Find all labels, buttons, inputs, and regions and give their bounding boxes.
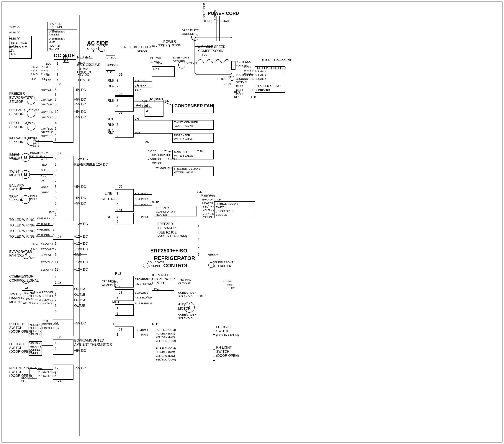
svg-text:WHT/RED: WHT/RED [37,222,50,225]
svg-text:BLU: BLU [41,168,46,172]
svg-text:LH2: LH2 [11,52,16,55]
svg-text:BLK/(ORN): BLK/(ORN) [200,194,215,197]
svg-text:RL7: RL7 [107,129,113,132]
svg-text:FRESH FOOD: FRESH FOOD [9,121,31,125]
wiring-diagram: USER INTERFACE J7 1 2 LH2 FLAPPER POSITI… [0,0,504,444]
svg-text:J3: J3 [119,111,123,114]
svg-text:RIGHT DOOR: RIGHT DOOR [236,60,253,63]
svg-text:+5V DC: +5V DC [74,102,86,106]
svg-text:GRY/BLK: GRY/BLK [41,127,53,130]
svg-text:BROWN: BROWN [141,282,152,285]
svg-text:MB1: MB1 [30,256,36,259]
svg-text:MOTOR: MOTOR [9,300,22,304]
svg-text:FAN: FAN [144,140,149,144]
svg-text:IM2: IM2 [49,210,54,214]
svg-text:PIN 3: PIN 3 [41,65,48,68]
svg-text:BLK: BLK [13,153,18,156]
svg-text:1: 1 [55,127,57,130]
svg-text:CAB. GROUND: CAB. GROUND [77,63,101,67]
svg-text:+12V DC: +12V DC [74,260,88,264]
svg-text:4: 4 [55,121,57,125]
svg-text:MB1: MB1 [33,108,39,111]
svg-text:SENSOR: SENSOR [9,140,23,144]
svg-text:3: 3 [53,222,54,225]
svg-text:RED/BLK: RED/BLK [41,261,53,264]
svg-text:12: 12 [55,268,58,271]
svg-text:2: 2 [117,220,118,223]
svg-text:DIODE: DIODE [147,150,156,153]
svg-text:YEL/BLK: YEL/BLK [29,323,41,326]
svg-text:GRY/RED: GRY/RED [41,134,54,138]
svg-text:PIN 4: PIN 4 [227,283,234,286]
svg-text:OR: OR [63,56,68,60]
svg-text:9: 9 [55,253,57,257]
svg-text:2: 2 [117,208,118,212]
svg-text:6: 6 [146,104,148,108]
svg-text:2: 2 [55,247,57,251]
svg-text:FLAPPER: FLAPPER [49,22,61,25]
svg-text:RED: RED [41,163,47,166]
svg-text:DISPENSER: DISPENSER [49,30,65,33]
svg-text:RH3: RH3 [234,91,240,94]
svg-text:SENSOR: SENSOR [9,198,23,202]
svg-text:PIN 3: PIN 3 [30,198,37,201]
svg-text:PIN 6: PIN 6 [30,194,37,197]
svg-text:RED/YEL: RED/YEL [42,291,54,294]
svg-text:REFRIGERATOR: REFRIGERATOR [154,255,195,261]
svg-text:SPLICE: SPLICE [152,162,162,165]
svg-text:GRY/WHT: GRY/WHT [41,103,54,106]
svg-text:FREEZER: FREEZER [156,206,169,210]
svg-text:BRN/WHT: BRN/WHT [41,253,54,256]
svg-text:4: 4 [146,109,148,113]
svg-text:GRY/RED: GRY/RED [41,116,54,119]
svg-text:12V: 12V [9,49,14,52]
svg-text:WHR: WHR [111,280,117,283]
svg-text:SPLICE: SPLICE [161,153,171,156]
svg-text:YEL: YEL [41,180,46,183]
svg-text:CONTROL SIGNAL: CONTROL SIGNAL [9,279,39,282]
svg-text:CONTROL SIGNAL: CONTROL SIGNAL [158,43,182,47]
svg-text:PIN 4: PIN 4 [141,328,148,331]
svg-text:GRN/YEL: GRN/YEL [208,254,220,257]
svg-text:+5V DC: +5V DC [74,321,86,325]
svg-text:EVAPORATOR: EVAPORATOR [9,96,32,99]
svg-text:VARIABLE SPEED: VARIABLE SPEED [197,45,225,49]
svg-text:WHT/BRN: WHT/BRN [37,234,50,237]
svg-text:SWITCH: SWITCH [9,326,22,330]
svg-text:FREEZER: FREEZER [9,108,25,112]
svg-text:LT. BLU: LT. BLU [107,56,116,59]
svg-text:6: 6 [53,234,54,237]
svg-text:IM1: IM1 [154,287,159,290]
svg-text:TO LED WIRING: TO LED WIRING [9,218,35,222]
svg-text:PURPLE (COM): PURPLE (COM) [156,328,176,331]
svg-text:BLK: BLK [81,71,86,74]
svg-text:THERMAL: THERMAL [178,278,192,281]
svg-text:7: 7 [117,84,118,88]
svg-text:SOLENOID: SOLENOID [178,317,193,320]
svg-text:LH2: LH2 [31,77,36,80]
condenser-fan-label: CONDENSER FAN [174,103,213,108]
svg-text:BLK: BLK [21,379,27,383]
svg-text:LT. BLU/WHT: LT. BLU/WHT [251,88,267,92]
svg-text:GREY: GREY [41,185,49,188]
svg-text:DISPENSER: DISPENSER [174,134,190,137]
svg-text:+5V DC: +5V DC [74,349,86,352]
svg-text:FREEZER DOOR: FREEZER DOOR [216,202,238,205]
svg-text:+12V DC: +12V DC [74,268,88,271]
svg-text:J2: J2 [119,73,123,76]
svg-text:SWITCH: SWITCH [216,329,229,333]
svg-text:2: 2 [55,132,57,136]
svg-text:RL4: RL4 [108,84,114,88]
svg-text:GROUND: GROUND [147,264,160,267]
svg-text:PIN 2: PIN 2 [244,69,251,72]
svg-text:+5V DC: +5V DC [74,98,86,101]
svg-text:BASE PLATE: BASE PLATE [173,56,189,59]
svg-text:+12V DC: +12V DC [74,235,88,238]
svg-text:LEFT ROLLER: LEFT ROLLER [213,264,231,267]
svg-text:SPLICE: SPLICE [223,279,233,282]
svg-text:5: 5 [55,207,57,211]
svg-text:TO LED WIRING: TO LED WIRING [9,223,35,227]
svg-text:+12V DC: +12V DC [9,37,21,40]
svg-text:3: 3 [89,70,91,74]
svg-text:RL3: RL3 [113,322,119,326]
